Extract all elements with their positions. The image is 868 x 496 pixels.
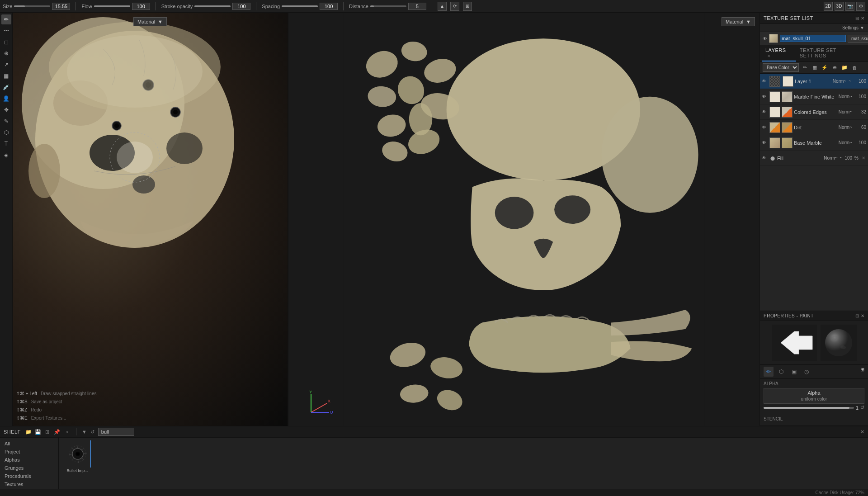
layer-opacity-4[interactable]: 100 — [854, 140, 866, 145]
shelf-cat-textures[interactable]: Textures — [0, 480, 58, 488]
fill-tool[interactable]: ▦ — [1, 71, 11, 81]
layer-blend-4[interactable]: Norm~ — [839, 140, 852, 145]
right-viewport-material-dropdown[interactable]: Material ▼ — [722, 17, 755, 26]
left-viewport-3d[interactable]: Material ▼ ⇧⌘ + Left Draw snapped straig… — [13, 13, 288, 426]
distance-slider[interactable] — [370, 5, 406, 7]
brush-preview-1-container[interactable] — [772, 325, 817, 361]
add-paint-layer-btn[interactable]: ✏ — [801, 64, 809, 72]
smudge-tool[interactable]: 〜 — [1, 26, 11, 36]
symmetry-btn[interactable]: ⊞ — [463, 2, 472, 11]
layer-item-1[interactable]: 👁 Marble Fine White Norm~ 100 — [760, 89, 868, 104]
layer-eye-3[interactable]: 👁 — [762, 125, 768, 130]
layer-blend-0[interactable]: Norm~ — [833, 79, 846, 84]
shelf-cat-project[interactable]: Project — [0, 448, 58, 456]
flow-value[interactable]: 100 — [132, 3, 150, 10]
fill-delete[interactable]: ✕ — [861, 156, 866, 161]
left-viewport-material-dropdown[interactable]: Material ▼ — [133, 17, 167, 26]
props-grid-icon[interactable]: ⊞ — [860, 367, 864, 377]
props-tab-clone[interactable]: ◷ — [802, 367, 811, 377]
props-tab-stencil[interactable]: ▣ — [789, 367, 799, 377]
shelf-pin-icon[interactable]: 📌 — [53, 428, 61, 436]
transform-tool[interactable]: ✥ — [1, 105, 11, 115]
stroke-type-btn[interactable]: ▲ — [438, 2, 447, 11]
texture-set-mat-dropdown[interactable]: mat_skull_01 — [848, 35, 868, 43]
props-tab-paint[interactable]: ⬡ — [776, 367, 786, 377]
paint-tool[interactable]: ✏ — [1, 14, 11, 24]
layer-eye-0[interactable]: 👁 — [762, 79, 768, 84]
camera-btn[interactable]: 📷 — [845, 2, 854, 11]
view-3d-btn[interactable]: 3D — [835, 2, 844, 11]
shelf-cat-alphas[interactable]: Alphas — [0, 456, 58, 464]
texture-set-name-input[interactable] — [780, 35, 846, 42]
shelf-grid-icon[interactable]: ⊞ — [43, 428, 52, 436]
shelf-asset-bullet-imp[interactable]: Bullet Imp... — [61, 440, 93, 473]
shelf-refresh-icon[interactable]: ↺ — [90, 429, 94, 435]
texture-set-minimize[interactable]: ⊟ — [855, 16, 859, 21]
layer-item-0[interactable]: 👁 Layer 1 Norm~ ~ 100 — [760, 74, 868, 89]
fill-blend[interactable]: Norm~ — [824, 156, 837, 161]
layer-eye-2[interactable]: 👁 — [762, 109, 768, 114]
spacing-slider[interactable] — [282, 5, 318, 7]
texture-set-item-0[interactable]: 👁 mat_skull_01 — [760, 32, 868, 45]
right-viewport-uv[interactable]: Material ▼ X Y U — [288, 13, 760, 426]
layer-opacity-0[interactable]: 100 — [854, 79, 866, 84]
texture-set-close[interactable]: ✕ — [861, 16, 864, 21]
shelf-search-input[interactable] — [98, 428, 134, 436]
layer-blend-2[interactable]: Norm~ — [839, 109, 852, 114]
add-fill-layer-btn[interactable]: ▦ — [811, 64, 819, 72]
props-close[interactable]: ✕ — [861, 313, 864, 318]
layer-item-2[interactable]: 👁 Colored Edges Norm~ 32 — [760, 104, 868, 120]
merge-layers-btn[interactable]: ⊕ — [830, 64, 839, 72]
shelf-cat-procedurals[interactable]: Procedurals — [0, 472, 58, 480]
user-tool[interactable]: 👤 — [1, 94, 11, 104]
props-tab-brush[interactable]: ✏ — [764, 367, 774, 377]
layer-opacity-2[interactable]: 32 — [854, 109, 866, 114]
clone-tool[interactable]: ⊕ — [1, 48, 11, 58]
settings-btn[interactable]: ⚙ — [856, 2, 865, 11]
add-fx-btn[interactable]: ⚡ — [821, 64, 829, 72]
tab-layers-close[interactable]: ✕ — [767, 54, 771, 58]
layer-item-3[interactable]: 👁 Dirt Norm~ 60 — [760, 120, 868, 135]
props-minimize[interactable]: ⊟ — [855, 313, 859, 318]
alpha-slider[interactable] — [764, 407, 854, 409]
delete-layer-btn[interactable]: 🗑 — [850, 64, 859, 72]
annotation-tool[interactable]: ✎ — [1, 116, 11, 126]
erase-tool[interactable]: ◻ — [1, 37, 11, 47]
layer-item-fill[interactable]: 👁 ⬤ Fill Norm~ ~ 100 % ✕ — [760, 151, 868, 166]
layer-eye-1[interactable]: 👁 — [762, 94, 768, 99]
shelf-save-icon[interactable]: 💾 — [34, 428, 42, 436]
layer-eye-4[interactable]: 👁 — [762, 140, 768, 145]
layer-blend-3[interactable]: Norm~ — [839, 125, 852, 130]
mirror-btn[interactable]: ⟳ — [450, 2, 459, 11]
size-slider[interactable] — [14, 5, 50, 7]
size-value[interactable]: 15.55 — [52, 3, 70, 10]
material-tool[interactable]: ◈ — [1, 150, 11, 160]
fill-opacity[interactable]: 100 — [844, 156, 852, 161]
add-folder-btn[interactable]: 📁 — [840, 64, 849, 72]
flow-slider[interactable] — [94, 5, 130, 7]
stroke-opacity-value[interactable]: 100 — [232, 3, 250, 10]
layer-eye-fill[interactable]: 👁 — [762, 156, 768, 161]
settings-button[interactable]: Settings ▼ — [842, 25, 864, 30]
tab-layers[interactable]: LAYERS ✕ — [762, 45, 796, 61]
tab-texture-set-settings[interactable]: TEXTURE SET SETTINGS — [796, 45, 866, 61]
channel-dropdown[interactable]: Base Color — [763, 63, 799, 72]
layer-opacity-3[interactable]: 60 — [854, 125, 866, 130]
stroke-opacity-slider[interactable] — [194, 5, 231, 7]
spacing-value[interactable]: 100 — [320, 3, 338, 10]
distance-value[interactable]: 5 — [408, 3, 426, 10]
texture-set-eye-0[interactable]: 👁 — [763, 35, 767, 42]
shelf-folder-icon[interactable]: 📁 — [24, 428, 33, 436]
shelf-close-btn[interactable]: ✕ — [860, 429, 864, 435]
shelf-filter-icon[interactable]: ▼ — [82, 429, 87, 435]
layer-blend-1[interactable]: Norm~ — [839, 94, 852, 99]
select-tool[interactable]: ↗ — [1, 60, 11, 70]
shelf-import-icon[interactable]: ⇥ — [62, 428, 71, 436]
text-tool[interactable]: T — [1, 139, 11, 149]
brush-preview-2-container[interactable] — [821, 325, 857, 361]
layer-opacity-1[interactable]: 100 — [854, 94, 866, 99]
layer-item-4[interactable]: 👁 Base Marble Norm~ 100 — [760, 135, 868, 151]
picker-tool[interactable]: 💉 — [1, 82, 11, 92]
shelf-cat-grunges[interactable]: Grunges — [0, 464, 58, 472]
shelf-cat-all[interactable]: All — [0, 439, 58, 448]
